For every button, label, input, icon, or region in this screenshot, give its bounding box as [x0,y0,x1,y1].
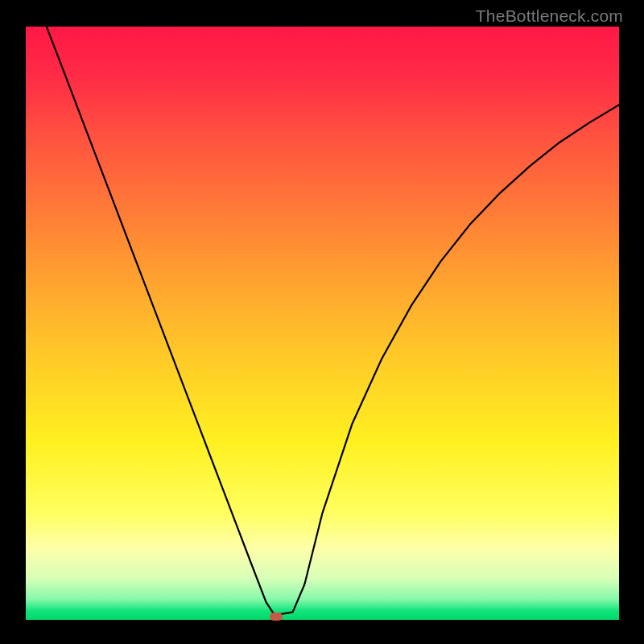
watermark-text: TheBottleneck.com [476,6,623,26]
bottleneck-curve [26,27,619,620]
optimal-point-marker [270,613,283,621]
